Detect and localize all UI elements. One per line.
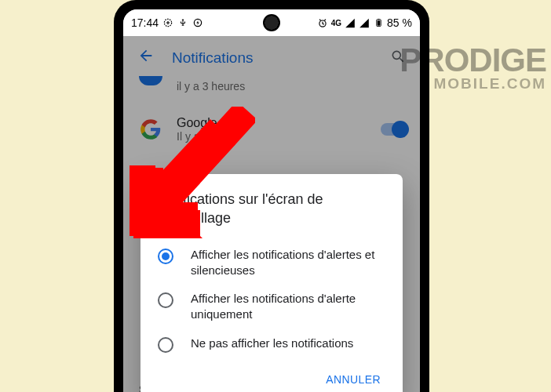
- charging-circle-icon: [192, 17, 203, 28]
- alarm-icon: [317, 17, 328, 28]
- option-text-0: Afficher les notifications d'alertes et …: [191, 247, 385, 279]
- signal-icon: [345, 17, 356, 28]
- watermark: PRODIGE MOBILE.COM: [400, 45, 546, 93]
- cancel-button[interactable]: ANNULER: [321, 367, 385, 392]
- option-text-2: Ne pas afficher les notifications: [191, 336, 353, 351]
- data-saver-icon: [162, 17, 173, 28]
- option-text-1: Afficher les notifications d'alerte uniq…: [191, 291, 385, 323]
- option-all-notifications[interactable]: Afficher les notifications d'alertes et …: [158, 241, 385, 285]
- svg-rect-4: [378, 19, 379, 20]
- dialog-title: Notifications sur l'écran de verrouillag…: [158, 190, 385, 228]
- radio-selected-icon: [158, 249, 173, 264]
- lockscreen-notifications-dialog: Notifications sur l'écran de verrouillag…: [140, 174, 403, 392]
- screen: 17:44 4G: [123, 9, 420, 392]
- camera-punch-hole: [263, 14, 280, 31]
- svg-rect-5: [377, 20, 380, 25]
- network-type: 4G: [331, 19, 341, 27]
- battery-icon: [373, 17, 384, 28]
- radio-icon: [158, 292, 173, 308]
- status-bar: 17:44 4G: [123, 9, 420, 36]
- usb-icon: [177, 17, 188, 28]
- watermark-line1: PRODIGE: [400, 45, 546, 75]
- option-hide-notifications[interactable]: Ne pas afficher les notifications: [158, 329, 385, 359]
- status-time: 17:44: [131, 16, 159, 29]
- radio-icon: [158, 337, 173, 353]
- phone-frame: 17:44 4G: [114, 0, 429, 392]
- option-alerts-only[interactable]: Afficher les notifications d'alerte uniq…: [158, 285, 385, 329]
- battery-percent: 85 %: [387, 16, 412, 29]
- signal-icon-2: [359, 17, 370, 28]
